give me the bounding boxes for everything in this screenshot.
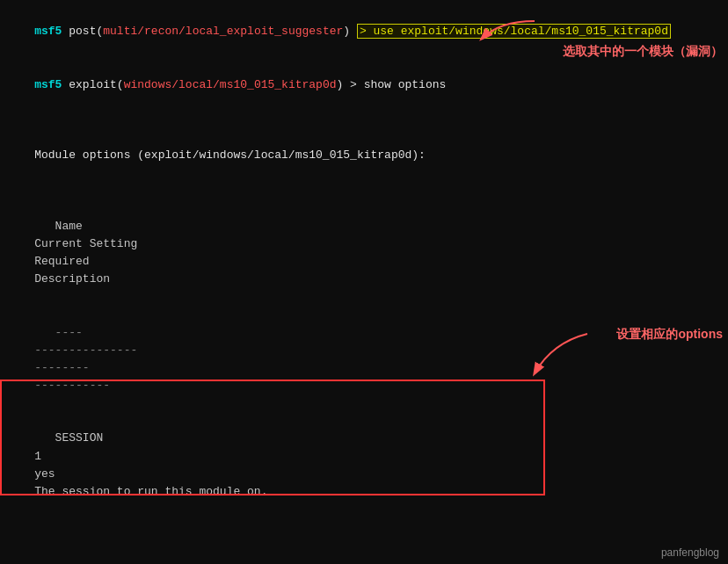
table-row-session-1: SESSION 1 yes The session to run this mo… (7, 412, 721, 518)
annotation-module-selection: 选取其中的一个模块（漏洞） (563, 44, 723, 60)
blank-2 (7, 182, 721, 199)
table-header-1: Name Current Setting Required Descriptio… (7, 200, 721, 307)
table-divider-1: ---- --------------- -------- ----------… (7, 306, 721, 412)
blank-1 (7, 112, 721, 129)
blank-3 (7, 518, 721, 536)
terminal: msf5 post(multi/recon/local_exploit_sugg… (0, 0, 728, 564)
module-options-header: Module options (exploit/windows/local/ms… (7, 129, 721, 182)
highlighted-cmd: > use exploit/windows/local/ms10_015_kit… (357, 24, 671, 39)
payload-options-header: Payload options (windows/meterpreter/rev… (7, 553, 721, 564)
line-2: msf5 exploit(windows/local/ms10_015_kitr… (7, 58, 721, 111)
watermark: panfengblog (661, 546, 719, 559)
annotation-set-options: 设置相应的options (616, 327, 723, 343)
blank-4 (7, 536, 721, 553)
prompt-msf5-1: msf5 (34, 25, 62, 38)
module-name-1: multi/recon/local_exploit_suggester (103, 25, 343, 38)
